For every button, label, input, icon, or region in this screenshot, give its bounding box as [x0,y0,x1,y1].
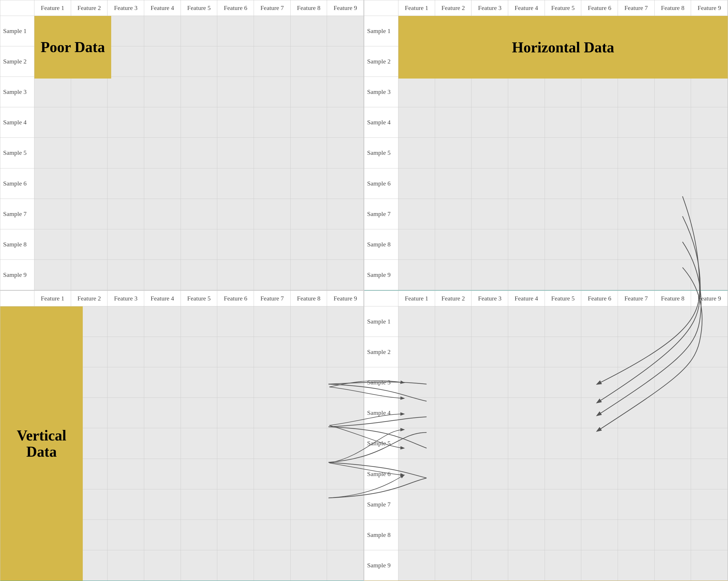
col-header: Feature 7 [618,0,655,16]
grid-cell [435,337,472,367]
grid-cell [254,520,291,550]
grid-cell [435,367,472,398]
col-header: Feature 8 [655,291,691,306]
grid-cell [655,107,691,138]
grid-cell [581,306,618,337]
grid-cell [181,489,217,520]
row-header: Sample 7 [364,199,398,229]
grid-cell [435,489,472,520]
grid-cell [217,199,254,229]
grid-cell [655,428,691,459]
grid-cell [107,77,144,107]
grid-cell [581,229,618,260]
data-row: Sample 4 [364,107,728,138]
data-row: Sample 3 [364,367,728,398]
grid-cell [107,367,144,398]
col-header: Feature 4 [144,0,181,16]
grid-cell [398,107,435,138]
grid-cell [327,398,364,428]
grid-cell [254,16,291,46]
grid-cell [144,260,181,290]
grid-cell [291,16,327,46]
data-row: Sample 3 [364,77,728,107]
row-header: Sample 3 [364,77,398,107]
grid-cell [655,77,691,107]
col-header: Feature 4 [144,291,181,306]
grid-cell [581,398,618,428]
grid-cell [435,459,472,489]
grid-cell [435,77,472,107]
grid-cell [144,77,181,107]
row-header: Sample 9 [0,260,34,290]
grid-cell [435,520,472,550]
grid-cell [254,229,291,260]
grid-cell [508,306,545,337]
grid-cell [181,367,217,398]
grid-cell [435,428,472,459]
col-header: Feature 6 [217,0,254,16]
grid-cell [34,199,71,229]
grid-cell [655,520,691,550]
row-header: Sample 3 [0,77,34,107]
grid-cell [508,229,545,260]
grid-cell [34,260,71,290]
col-header: Feature 5 [545,291,581,306]
grid-cell [107,260,144,290]
grid-cell [71,260,108,290]
row-header: Sample 5 [0,138,34,168]
grid-cell [691,398,728,428]
grid-cell [181,398,217,428]
col-header: Feature 3 [107,0,144,16]
grid-cell [291,337,327,367]
horizontal-data-label-box: Horizontal Data [398,16,728,78]
grid-cell [217,107,254,138]
grid-cell [471,260,508,290]
grid-cell [398,337,435,367]
grid-cell [144,337,181,367]
grid-cell [618,199,655,229]
grid-cell [471,398,508,428]
grid-cell [691,199,728,229]
grid-cell [655,459,691,489]
grid-cell [508,260,545,290]
grid-cell [107,46,144,77]
grid-cell [217,337,254,367]
grid-cell [435,260,472,290]
grid-cell [581,428,618,459]
data-row: Sample 1 [364,306,728,337]
grid-cell [71,77,108,107]
grid-cell [107,337,144,367]
grid-cell [691,306,728,337]
grid-cell [144,169,181,199]
grid-cell [291,107,327,138]
grid-cell [254,199,291,229]
grid-cell [655,306,691,337]
grid-cell [327,520,364,550]
grid-cell [181,306,217,337]
grid-cell [655,138,691,168]
col-header: Feature 5 [181,291,217,306]
data-row: Sample 3 [0,77,364,107]
grid-cell [581,520,618,550]
grid-cell [545,398,581,428]
grid-cell [327,46,364,77]
grid-cell [655,489,691,520]
grid-cell [435,138,472,168]
quadrant-bottom-right: Feature 1 Feature 2 Feature 3 Feature 4 … [364,290,728,581]
grid-cell [144,107,181,138]
grid-cell [618,337,655,367]
grid-cell [691,77,728,107]
vertical-data-title: VerticalData [17,427,66,460]
data-row: Sample 9 [364,260,728,290]
header-row: Feature 1 Feature 2 Feature 3 Feature 4 … [0,291,364,306]
grid-cell [398,550,435,581]
grid-cell [181,337,217,367]
data-row: Sample 7 [364,489,728,520]
grid-cell [691,367,728,398]
grid-cell [327,169,364,199]
grid-combined-data: Feature 1 Feature 2 Feature 3 Feature 4 … [364,291,728,581]
grid-cell [34,229,71,260]
grid-cell [107,16,144,46]
grid-cell [618,138,655,168]
row-header: Sample 2 [0,46,34,77]
